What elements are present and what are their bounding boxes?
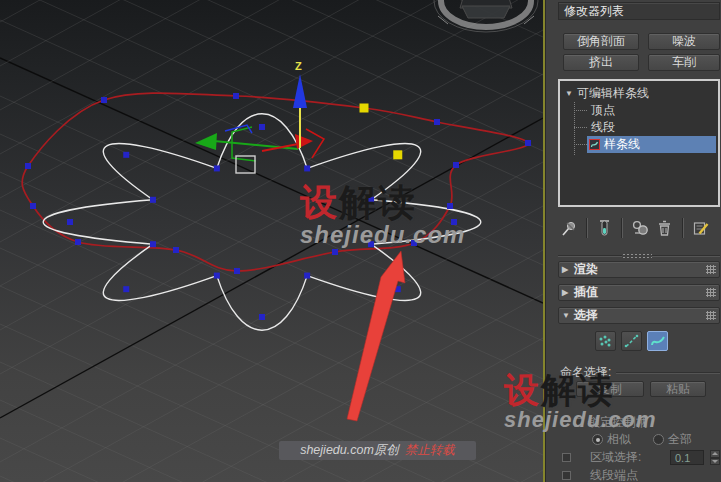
stack-item-spline-selected[interactable]: 样条线: [589, 136, 640, 153]
copyright-origin-text: shejiedu.com原创: [300, 442, 399, 459]
annotation-arrow: [347, 251, 405, 421]
spinner-up-icon[interactable]: [710, 450, 720, 458]
lock-handles-row: 锁定控制柄: [574, 414, 648, 431]
modifier-list-dropdown[interactable]: 修改器列表: [558, 2, 720, 20]
pin-stack-icon[interactable]: [560, 219, 577, 238]
segment-mode-button[interactable]: [621, 331, 642, 351]
home-grid: [0, 0, 543, 482]
toolbar-separator: [586, 218, 588, 238]
gizmo-x-arrowhead: [295, 134, 313, 149]
copyright-warning-text: 禁止转载: [405, 442, 455, 459]
chevron-down-icon: ▼: [562, 311, 574, 320]
stack-item-label: 可编辑样条线: [577, 85, 649, 102]
viewport-3d[interactable]: Z: [0, 0, 543, 482]
rollout-grip-icon[interactable]: [706, 265, 716, 274]
modifier-button-lathe[interactable]: 车削: [648, 54, 720, 71]
segment-icon: [624, 334, 639, 348]
splitter-handle[interactable]: [622, 253, 652, 259]
named-selection-row: 命名选择:: [560, 364, 720, 381]
all-radio[interactable]: [653, 434, 664, 445]
button-label: 车削: [672, 54, 696, 71]
viewport-canvas[interactable]: Z: [0, 0, 543, 482]
lock-handles-checkbox[interactable]: [574, 418, 583, 427]
modifier-button-noise[interactable]: 噪波: [648, 33, 720, 50]
spline-subobject-icon: [589, 139, 600, 150]
modifier-stack[interactable]: ▼ 可编辑样条线 顶点 线段 样条线: [558, 79, 720, 207]
rollout-interpolation[interactable]: ▶ 插值: [558, 284, 720, 301]
button-label: 噪波: [672, 33, 696, 50]
area-selection-checkbox[interactable]: [562, 453, 571, 462]
screenshot-root: Z 设解读 shejiedu.com 设解读 shejiedu.com shej…: [0, 0, 721, 482]
spline-icon: [650, 334, 666, 348]
stack-item-label: 样条线: [604, 136, 640, 153]
copyright-note: shejiedu.com原创 禁止转载: [279, 441, 476, 460]
stack-item-label: 顶点: [591, 102, 615, 119]
toolbar-separator: [682, 218, 684, 238]
gizmo-plane-red: [306, 129, 324, 158]
modifier-button-bevel-profile[interactable]: 倒角剖面: [563, 33, 639, 50]
chevron-right-icon: ▶: [562, 265, 574, 274]
segment-end-checkbox[interactable]: [562, 471, 571, 480]
expand-triangle-icon[interactable]: ▼: [565, 89, 573, 98]
stack-item-vertex[interactable]: 顶点: [591, 102, 615, 119]
button-label: 粘贴: [666, 381, 690, 398]
chevron-right-icon: ▶: [562, 288, 574, 297]
tree-connector: [574, 110, 587, 111]
segment-end-row: 线段端点: [562, 467, 638, 482]
remove-modifier-icon[interactable]: [656, 219, 673, 238]
rollout-grip-icon[interactable]: [706, 288, 716, 297]
toolbar-separator: [621, 218, 623, 238]
panel-splitter[interactable]: [558, 252, 720, 260]
tree-connector: [574, 127, 587, 128]
stack-item-editable-spline[interactable]: ▼ 可编辑样条线: [565, 85, 649, 102]
axis-z-label: Z: [295, 60, 302, 72]
spline-vertices[interactable]: [25, 93, 531, 320]
rollout-rendering[interactable]: ▶ 渲染: [558, 261, 720, 278]
rollout-grip-icon[interactable]: [706, 311, 716, 320]
all-label: 全部: [668, 431, 692, 448]
button-label: 挤出: [589, 54, 613, 71]
button-label: 倒角剖面: [577, 33, 625, 50]
stack-item-segment[interactable]: 线段: [591, 119, 615, 136]
lock-type-radio-row: 相似 全部: [592, 431, 692, 448]
modifier-list-label: 修改器列表: [564, 3, 624, 20]
named-selection-label: 命名选择:: [560, 364, 611, 381]
alike-radio[interactable]: [592, 434, 603, 445]
rollout-label: 渲染: [574, 261, 598, 278]
spinner-down-icon[interactable]: [710, 458, 720, 466]
stack-item-label: 线段: [591, 119, 615, 136]
configure-modifier-sets-icon[interactable]: [692, 219, 710, 238]
make-unique-icon[interactable]: [631, 219, 650, 238]
vertex-icon: [598, 334, 613, 348]
modify-panel: 修改器列表 倒角剖面 噪波 挤出 车削 ▼ 可编辑样条线 顶点 线段: [545, 0, 721, 482]
spinner-arrows[interactable]: [710, 450, 720, 465]
lock-handles-label: 锁定控制柄: [588, 414, 648, 431]
rollout-label: 插值: [574, 284, 598, 301]
spinner-value: 0.1: [675, 452, 690, 464]
rollout-selection[interactable]: ▼ 选择: [558, 307, 720, 324]
copy-button[interactable]: 复制: [576, 381, 644, 397]
modifier-button-extrude[interactable]: 挤出: [563, 54, 639, 71]
area-selection-input[interactable]: 0.1: [670, 450, 704, 465]
spline-mode-button[interactable]: [647, 331, 668, 351]
stack-toolbar: [558, 214, 720, 242]
area-selection-label: 区域选择:: [590, 449, 641, 466]
show-end-result-icon[interactable]: [597, 219, 612, 238]
paste-button[interactable]: 粘贴: [650, 381, 706, 397]
groove-line: [616, 372, 720, 374]
subobject-mode-row: [558, 331, 720, 351]
tree-connector: [574, 144, 587, 145]
segment-end-label: 线段端点: [590, 467, 638, 482]
vertex-mode-button[interactable]: [595, 331, 616, 351]
area-selection-row: 区域选择: 0.1: [562, 449, 720, 466]
alike-label: 相似: [607, 431, 631, 448]
rollout-label: 选择: [574, 307, 598, 324]
button-label: 复制: [598, 381, 622, 398]
